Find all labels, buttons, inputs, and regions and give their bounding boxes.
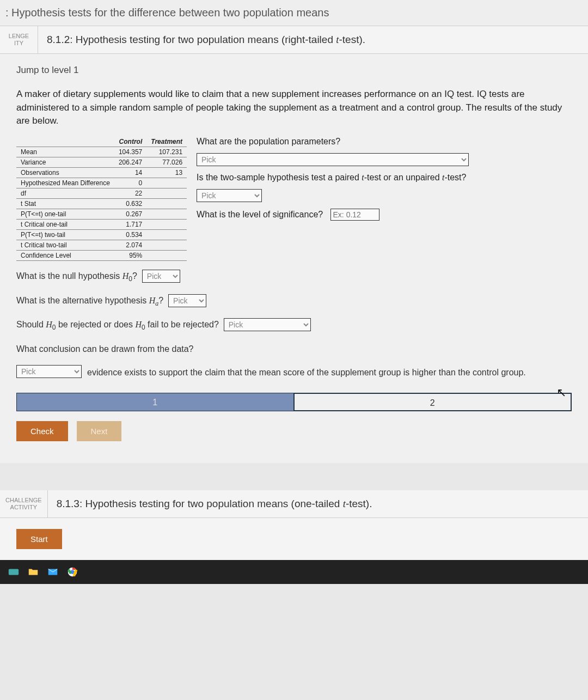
table-row: Mean104.357107.231 [16,147,187,157]
next-badge-line-1: CHALLENGE [5,497,42,504]
chrome-icon[interactable] [66,566,78,578]
select-population-params[interactable]: Pick [197,153,469,166]
stats-table: Control Treatment Mean104.357107.231 Var… [16,137,187,261]
check-button[interactable]: Check [16,421,68,441]
activity-content: Jump to level 1 A maker of dietary suppl… [0,54,588,463]
table-row: df22 [16,188,187,198]
svg-rect-0 [9,569,19,575]
right-questions: What are the population parameters? Pick… [197,137,572,227]
q-population-params: What are the population parameters? [197,137,572,147]
file-explorer-icon[interactable] [27,566,39,578]
q-null-hypothesis: What is the null hypothesis H0? Pick [16,269,572,285]
table-row: Confidence Level95% [16,250,187,260]
select-paired-unpaired[interactable]: Pick [197,189,262,202]
select-conclusion[interactable]: Pick [16,365,82,378]
table-row: t Critical two-tail2.074 [16,240,187,250]
activity-title: 8.1.2: Hypothesis testing for two popula… [38,26,588,53]
q-significance: What is the level of significance? [197,210,323,219]
select-reject[interactable]: Pick [224,318,311,331]
progress-step-1[interactable]: 1 [17,393,294,411]
th-control: Control [114,137,146,147]
next-activity-badge: CHALLENGE ACTIVITY [0,490,48,518]
table-row: P(T<=t) one-tail0.267 [16,209,187,219]
input-significance[interactable] [330,209,379,221]
select-null-hypothesis[interactable]: Pick [142,270,180,283]
th-blank [16,137,114,147]
jump-to-level-link[interactable]: Jump to level 1 [16,65,572,76]
activity-header: LENGE ITY 8.1.2: Hypothesis testing for … [0,26,588,54]
q-conclusion: What conclusion can be drawn from the da… [16,342,572,357]
table-row: Observations1413 [16,167,187,178]
table-row: Hypothesized Mean Difference0 [16,178,187,188]
cursor-icon: ↖ [556,386,566,400]
q-reject: Should H0 be rejected or does H0 fail to… [16,317,572,334]
next-badge-line-2: ACTIVITY [10,504,38,511]
table-row: Variance206.24777.026 [16,157,187,167]
select-alt-hypothesis[interactable]: Pick [168,294,206,307]
badge-line-2: ITY [14,40,23,47]
problem-statement: A maker of dietary supplements would lik… [16,88,572,128]
start-button[interactable]: Start [16,529,62,549]
table-row: P(T<=t) two-tail0.534 [16,229,187,240]
badge-line-1: LENGE [9,33,29,40]
activity-badge: LENGE ITY [0,26,38,53]
mail-icon[interactable] [47,566,59,578]
progress-step-2[interactable]: 2 [294,393,572,411]
section-heading: : Hypothesis tests for the difference be… [0,0,588,26]
next-activity-title: 8.1.3: Hypothesis testing for two popula… [48,490,588,518]
th-treatment: Treatment [146,137,187,147]
conclusion-text: evidence exists to support the claim tha… [87,365,572,381]
q-alt-hypothesis: What is the alternative hypothesis Ha? P… [16,293,572,310]
table-row: t Stat0.632 [16,198,187,209]
taskbar-app-icon[interactable] [8,566,20,578]
table-row: t Critical one-tail1.717 [16,219,187,229]
next-button[interactable]: Next [77,421,122,441]
next-activity-header: CHALLENGE ACTIVITY 8.1.3: Hypothesis tes… [0,490,588,518]
progress-bar: 1 2 [16,393,572,411]
taskbar [0,560,588,584]
q-paired-unpaired: Is the two-sample hypothesis test a pair… [197,173,572,182]
